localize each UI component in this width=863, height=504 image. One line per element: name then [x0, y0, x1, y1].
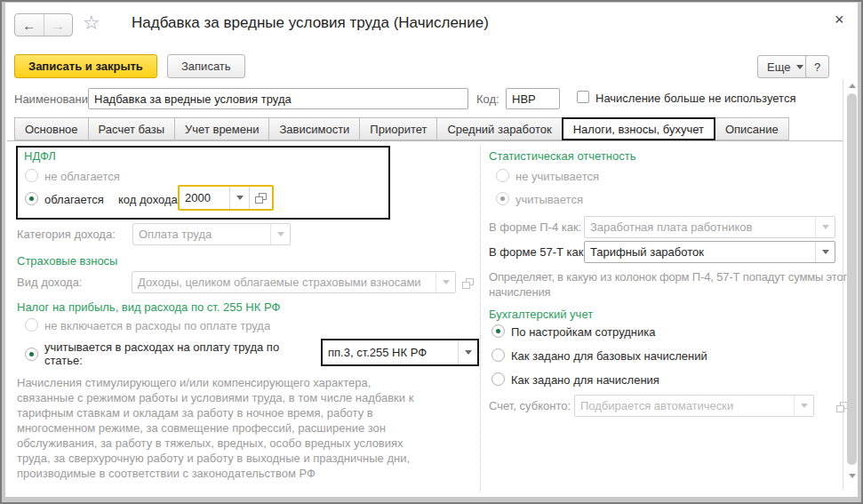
code-input[interactable] [506, 88, 560, 109]
p4-form-value: Заработная плата работников [585, 217, 815, 237]
forward-button[interactable]: → [44, 14, 73, 36]
accounting-header: Бухгалтерский учет [489, 308, 593, 321]
income-type-label: Вид дохода: [17, 276, 83, 289]
profit-tax-header: Налог на прибыль, вид расхода по ст. 255… [17, 300, 280, 314]
acc-employee-label: По настройкам сотрудника [511, 325, 655, 339]
insurance-contributions-header: Страховые взносы [17, 254, 117, 268]
back-button[interactable]: ← [15, 14, 44, 36]
dropdown-arrow-icon [794, 396, 813, 416]
favorite-star-icon[interactable]: ☆ [83, 12, 100, 35]
tab-priority[interactable]: Приоритет [359, 117, 437, 140]
dropdown-arrow-icon [815, 217, 835, 237]
income-type-select: Доходы, целиком облагаемые страховыми вз… [132, 271, 456, 293]
ndfl-header: НДФЛ [24, 149, 56, 163]
article-description-text: Начисления стимулирующего и/или компенси… [17, 375, 431, 481]
stats-not-counted-radio [496, 169, 509, 182]
tab-main[interactable]: Основное [14, 117, 89, 140]
scroll-up-icon[interactable] [849, 84, 856, 88]
window: ← → ☆ Надбавка за вредные условия труда … [0, 0, 863, 504]
ndfl-not-taxed-radio [25, 169, 38, 182]
stats-counted-label: учитывается [515, 193, 583, 206]
acc-accrual-label: Как задано для начисления [511, 373, 659, 387]
dropdown-arrow-icon [815, 242, 835, 262]
help-button[interactable]: ? [805, 55, 829, 78]
page-title: Надбавка за вредные условия труда (Начис… [132, 14, 489, 32]
account-label: Счет, субконто: [489, 399, 571, 412]
scrollbar-thumb[interactable] [847, 93, 857, 465]
income-code-combo[interactable]: 2000 [178, 185, 274, 211]
not-included-label: не включается в расходы по оплате труда [44, 319, 270, 332]
forms-info-text: Определяет, в какую из колонок форм П-4,… [489, 269, 855, 300]
acc-accrual-radio[interactable] [491, 372, 505, 386]
name-label: Наименование: [14, 92, 98, 106]
tab-bar: Основное Расчет базы Учет времени Зависи… [7, 117, 843, 141]
open-form-icon [255, 193, 267, 204]
unused-checkbox-label: Начисление больше не используется [595, 92, 795, 105]
open-form-icon [462, 278, 474, 289]
close-button[interactable]: × [835, 11, 844, 29]
save-button[interactable]: Записать [167, 54, 245, 78]
t57-form-label: В форме 57-Т как: [489, 245, 587, 259]
dropdown-arrow-icon [458, 340, 477, 364]
expense-article-select[interactable]: пп.3, ст.255 НК РФ [321, 339, 479, 366]
income-code-value: 2000 [180, 187, 229, 209]
income-category-select: Оплата труда [132, 223, 291, 245]
name-input[interactable] [88, 88, 468, 109]
ndfl-taxed-label: облагается [44, 193, 104, 206]
history-nav-group: ← → [14, 13, 73, 36]
income-code-label: код дохода: [118, 193, 180, 206]
forward-arrow-icon: → [52, 18, 65, 33]
income-category-label: Категория дохода: [17, 228, 116, 241]
scroll-area-border [843, 80, 843, 489]
tab-dependencies[interactable]: Зависимости [268, 117, 360, 140]
close-icon: × [835, 11, 844, 28]
chevron-down-icon [796, 65, 803, 69]
unused-checkbox[interactable] [577, 91, 589, 103]
income-type-value: Доходы, целиком облагаемые страховыми вз… [132, 272, 435, 292]
account-select: Подбирается автоматически [574, 395, 814, 417]
included-radio[interactable] [25, 348, 38, 361]
dropdown-arrow-icon [229, 187, 249, 209]
stats-not-counted-label: не учитывается [515, 170, 599, 183]
tab-calc-base[interactable]: Расчет базы [88, 117, 176, 140]
t57-form-value: Тарифный заработок [585, 242, 815, 262]
income-category-value: Оплата труда [133, 224, 270, 244]
acc-base-label: Как задано для базовых начислений [511, 349, 707, 363]
code-label: Код: [476, 92, 499, 106]
ndfl-not-taxed-label: не облагается [44, 170, 120, 183]
dropdown-arrow-icon [270, 224, 290, 244]
p4-form-select: Заработная плата работников [584, 216, 835, 238]
stats-counted-radio [496, 192, 509, 205]
tab-description[interactable]: Описание [715, 117, 789, 140]
not-included-radio [25, 318, 38, 332]
column-divider [480, 147, 481, 492]
more-button-label: Еще [767, 60, 790, 74]
expense-article-value: пп.3, ст.255 НК РФ [323, 340, 458, 364]
tab-time-tracking[interactable]: Учет времени [174, 117, 269, 140]
statistics-header: Статистическая отчетность [489, 149, 636, 163]
t57-form-select[interactable]: Тарифный заработок [584, 241, 835, 263]
p4-form-label: В форме П-4 как: [489, 220, 581, 234]
save-and-close-button[interactable]: Записать и закрыть [14, 54, 157, 78]
back-arrow-icon: ← [22, 18, 36, 33]
account-placeholder: Подбирается автоматически [575, 396, 794, 416]
acc-employee-radio[interactable] [491, 324, 505, 338]
scroll-down-icon[interactable] [849, 474, 856, 478]
ndfl-taxed-radio[interactable] [25, 192, 38, 205]
dropdown-arrow-icon [435, 272, 455, 292]
tab-taxes-contributions-accounting[interactable]: Налоги, взносы, бухучет [562, 117, 715, 140]
tab-average-earnings[interactable]: Средний заработок [436, 117, 562, 140]
included-label: учитывается в расходах на оплату труда п… [44, 340, 316, 367]
acc-base-radio[interactable] [491, 348, 505, 362]
